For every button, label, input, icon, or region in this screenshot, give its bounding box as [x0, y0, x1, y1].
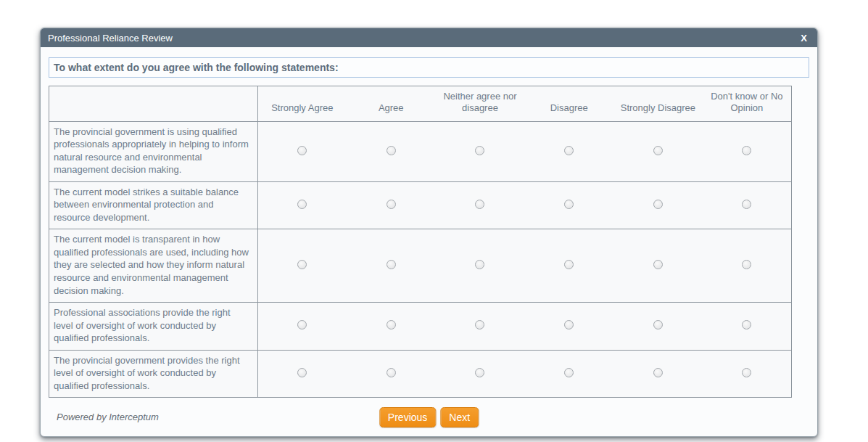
radio-cell — [703, 181, 792, 229]
radio-button[interactable] — [387, 146, 396, 155]
question-banner: To what extent do you agree with the fol… — [49, 57, 809, 78]
radio-button[interactable] — [297, 368, 307, 377]
radio-cell — [436, 350, 525, 398]
radio-cell — [436, 229, 525, 303]
radio-cell — [347, 229, 436, 303]
radio-cell — [613, 303, 703, 351]
radio-button[interactable] — [742, 368, 751, 377]
radio-button[interactable] — [387, 368, 396, 377]
radio-button[interactable] — [564, 200, 574, 209]
radio-button[interactable] — [653, 320, 663, 330]
radio-button[interactable] — [387, 200, 396, 209]
survey-matrix-table: Strongly Agree Agree Neither agree nor d… — [49, 86, 792, 398]
radio-cell — [436, 181, 525, 229]
radio-cell — [613, 121, 703, 181]
radio-cell — [524, 350, 613, 398]
radio-cell — [613, 181, 703, 229]
radio-cell — [257, 181, 347, 229]
radio-button[interactable] — [742, 320, 751, 330]
radio-button[interactable] — [742, 200, 751, 209]
statement-column-header — [49, 86, 258, 122]
radio-cell — [436, 303, 525, 351]
radio-button[interactable] — [297, 260, 307, 269]
column-header: Agree — [347, 86, 436, 122]
radio-button[interactable] — [297, 320, 307, 330]
table-row: The current model strikes a suitable bal… — [49, 181, 792, 229]
statement-cell: The provincial government provides the r… — [49, 350, 258, 398]
radio-button[interactable] — [387, 260, 396, 269]
header-row: Strongly Agree Agree Neither agree nor d… — [49, 86, 792, 122]
radio-cell — [347, 121, 436, 181]
radio-cell — [257, 229, 347, 303]
dialog-title: Professional Reliance Review — [48, 33, 173, 44]
close-button[interactable]: X — [801, 33, 807, 43]
table-row: Professional associations provide the ri… — [49, 303, 792, 351]
statement-cell: The provincial government is using quali… — [49, 121, 258, 181]
radio-button[interactable] — [475, 368, 484, 377]
column-header: Don't know or No Opinion — [703, 86, 792, 122]
statement-cell: Professional associations provide the ri… — [49, 303, 258, 351]
radio-button[interactable] — [742, 146, 751, 155]
radio-cell — [347, 303, 436, 351]
next-button[interactable]: Next — [440, 407, 479, 427]
column-header: Strongly Agree — [257, 86, 347, 122]
radio-cell — [524, 229, 613, 303]
powered-by-label: Powered by Interceptum — [57, 412, 159, 422]
radio-cell — [524, 181, 613, 229]
radio-cell — [613, 229, 703, 303]
radio-button[interactable] — [564, 320, 574, 330]
radio-cell — [524, 121, 613, 181]
radio-button[interactable] — [564, 146, 574, 155]
dialog-header: Professional Reliance Review X — [41, 28, 817, 47]
dialog-footer: Powered by Interceptum Previous Next — [49, 398, 809, 436]
dialog-content: To what extent do you agree with the fol… — [41, 47, 817, 436]
radio-button[interactable] — [475, 146, 484, 155]
radio-cell — [703, 121, 792, 181]
radio-button[interactable] — [387, 320, 396, 330]
statement-cell: The current model strikes a suitable bal… — [49, 181, 258, 229]
radio-button[interactable] — [564, 368, 574, 377]
radio-button[interactable] — [475, 260, 484, 269]
survey-dialog: Professional Reliance Review X To what e… — [40, 28, 818, 437]
radio-cell — [257, 121, 347, 181]
radio-cell — [347, 181, 436, 229]
nav-button-group: Previous Next — [379, 407, 479, 427]
radio-cell — [703, 350, 792, 398]
radio-button[interactable] — [653, 368, 663, 377]
radio-button[interactable] — [653, 146, 663, 155]
statement-cell: The current model is transparent in how … — [49, 229, 258, 303]
radio-cell — [347, 350, 436, 398]
table-row: The provincial government is using quali… — [49, 121, 792, 181]
table-row: The provincial government provides the r… — [49, 350, 792, 398]
radio-button[interactable] — [297, 200, 307, 209]
radio-cell — [703, 303, 792, 351]
radio-button[interactable] — [564, 260, 574, 269]
radio-cell — [257, 350, 347, 398]
column-header: Strongly Disagree — [613, 86, 703, 122]
radio-button[interactable] — [653, 260, 663, 269]
table-row: The current model is transparent in how … — [49, 229, 792, 303]
radio-cell — [613, 350, 703, 398]
radio-button[interactable] — [475, 200, 484, 209]
column-header: Disagree — [524, 86, 613, 122]
radio-button[interactable] — [297, 146, 307, 155]
column-header: Neither agree nor disagree — [436, 86, 525, 122]
radio-cell — [257, 303, 347, 351]
radio-cell — [703, 229, 792, 303]
radio-cell — [436, 121, 525, 181]
radio-button[interactable] — [475, 320, 484, 330]
radio-button[interactable] — [742, 260, 751, 269]
previous-button[interactable]: Previous — [379, 407, 436, 427]
radio-cell — [524, 303, 613, 351]
radio-button[interactable] — [653, 200, 663, 209]
